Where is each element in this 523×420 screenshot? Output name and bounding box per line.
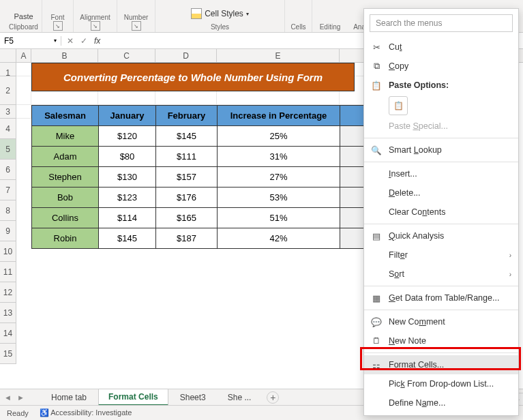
styles-group-label: Styles — [211, 23, 229, 31]
tab-home[interactable]: Home tab — [41, 389, 97, 405]
col-header-A[interactable]: A — [16, 49, 31, 62]
cell-styles-button[interactable]: Cell Styles ▾ — [187, 5, 253, 22]
row-header[interactable]: 11 — [0, 262, 16, 282]
data-table: Salesman January February Increase in Pe… — [31, 105, 415, 249]
col-header-D[interactable]: D — [155, 49, 217, 62]
menu-format-cells[interactable]: ⚏Format Cells... — [364, 355, 518, 374]
comment-icon: 💬 — [371, 316, 382, 327]
menu-paste-options-label: 📋Paste Options: — [364, 76, 518, 95]
title-banner: Converting Percentage to Whole Number Us… — [31, 63, 355, 91]
row-header[interactable]: 14 — [0, 323, 16, 344]
menu-sort[interactable]: Sort› — [364, 265, 518, 284]
fx-label[interactable]: fx — [94, 36, 100, 46]
new-sheet-button[interactable]: + — [267, 391, 279, 404]
table-row: Bob$123$17653% — [32, 188, 415, 208]
table-header-increase[interactable]: Increase in Percentage — [218, 106, 340, 126]
menu-search-input[interactable]: Search the menus — [370, 14, 513, 32]
menu-quick-analysis[interactable]: ▤Quick Analysis — [364, 226, 518, 245]
note-icon: 🗒 — [371, 335, 382, 346]
font-group-label: Font — [50, 14, 64, 21]
row-header[interactable]: 7 — [0, 180, 16, 200]
menu-define-name[interactable]: Define Name... — [364, 393, 518, 412]
paste-option-button[interactable]: 📋 — [389, 96, 408, 115]
table-row: Collins$114$16551% — [32, 208, 415, 228]
menu-filter[interactable]: Filter› — [364, 245, 518, 265]
row-header[interactable]: 9 — [0, 221, 16, 241]
row-header[interactable]: 8 — [0, 200, 16, 221]
tab-sheet3[interactable]: Sheet3 — [170, 389, 216, 405]
chevron-right-icon: › — [509, 252, 511, 259]
tab-format-cells[interactable]: Format Cells — [98, 389, 168, 406]
copy-icon: ⧉ — [371, 61, 382, 72]
menu-copy[interactable]: ⧉Copy — [364, 57, 518, 76]
context-menu: Search the menus ✂Cut ⧉Copy 📋Paste Optio… — [363, 8, 519, 416]
row-header[interactable]: 13 — [0, 303, 16, 323]
row-header[interactable]: 15 — [0, 344, 16, 364]
menu-clear-contents[interactable]: Clear Contents — [364, 202, 518, 222]
menu-pick-dropdown[interactable]: Pick From Drop-down List... — [364, 374, 518, 393]
row-header[interactable]: 12 — [0, 282, 16, 303]
chevron-down-icon: ▾ — [246, 11, 249, 17]
cells-group-label: Cells — [290, 23, 305, 31]
row-header[interactable]: 2 — [0, 76, 16, 105]
table-header-february[interactable]: February — [156, 106, 218, 126]
cancel-formula-icon[interactable]: ✕ — [67, 36, 74, 46]
col-header-E[interactable]: E — [217, 49, 340, 62]
clipboard-group-label: Clipboard — [9, 23, 38, 31]
menu-smart-lookup[interactable]: 🔍Smart Lookup — [364, 140, 518, 160]
row-header[interactable]: 6 — [0, 160, 16, 180]
tab-nav-prev-icon[interactable]: ◄ — [4, 393, 12, 402]
lightbulb-icon: 🔍 — [371, 145, 382, 155]
row-header[interactable]: 1 — [0, 63, 16, 76]
row-header[interactable]: 10 — [0, 241, 16, 262]
menu-new-note[interactable]: 🗒New Note — [364, 331, 518, 350]
status-ready: Ready — [7, 409, 29, 417]
table-row: Stephen$130$15727% — [32, 167, 415, 188]
chevron-right-icon: › — [509, 271, 511, 278]
table-header-salesman[interactable]: Salesman — [32, 106, 99, 126]
name-box[interactable]: F5 ▾ — [0, 36, 61, 46]
number-launcher-icon[interactable]: ↘ — [132, 21, 141, 31]
select-all-corner[interactable] — [0, 49, 16, 62]
chevron-down-icon: ▾ — [54, 38, 57, 44]
row-header[interactable]: 3 — [0, 105, 16, 119]
clipboard-icon: 📋 — [371, 80, 382, 91]
menu-get-data[interactable]: ▦Get Data from Table/Range... — [364, 288, 518, 308]
accessibility-status[interactable]: ♿ Accessibility: Investigate — [40, 408, 132, 417]
alignment-launcher-icon[interactable]: ↘ — [91, 21, 100, 31]
table-header-january[interactable]: January — [99, 106, 156, 126]
table-icon: ▦ — [371, 292, 382, 303]
editing-group-label: Editing — [320, 23, 341, 31]
alignment-group-label: Alignment — [80, 14, 110, 21]
col-header-B[interactable]: B — [31, 49, 98, 62]
font-launcher-icon[interactable]: ↘ — [53, 21, 63, 31]
table-row: Mike$120$14525% — [32, 126, 415, 147]
tab-more[interactable]: She ... — [218, 389, 262, 405]
scissors-icon: ✂ — [371, 42, 382, 52]
accept-formula-icon[interactable]: ✓ — [80, 36, 87, 46]
table-row: Robin$145$18742% — [32, 228, 415, 249]
row-header[interactable]: 4 — [0, 119, 16, 139]
quick-analysis-icon: ▤ — [371, 230, 382, 241]
cell-styles-icon — [191, 8, 202, 19]
format-cells-icon: ⚏ — [371, 359, 382, 370]
tab-nav-next-icon[interactable]: ► — [17, 393, 25, 402]
paste-button[interactable]: Paste — [10, 11, 37, 22]
menu-cut[interactable]: ✂Cut — [364, 38, 518, 57]
row-header[interactable]: 5 — [0, 139, 16, 160]
menu-new-comment[interactable]: 💬New Comment — [364, 312, 518, 331]
menu-insert[interactable]: Insert... — [364, 164, 518, 183]
number-group-label: Number — [124, 14, 149, 21]
menu-paste-special: Paste Special... — [364, 117, 518, 136]
col-header-C[interactable]: C — [98, 49, 155, 62]
menu-delete[interactable]: Delete... — [364, 183, 518, 202]
table-row: Adam$80$11131% — [32, 147, 415, 167]
